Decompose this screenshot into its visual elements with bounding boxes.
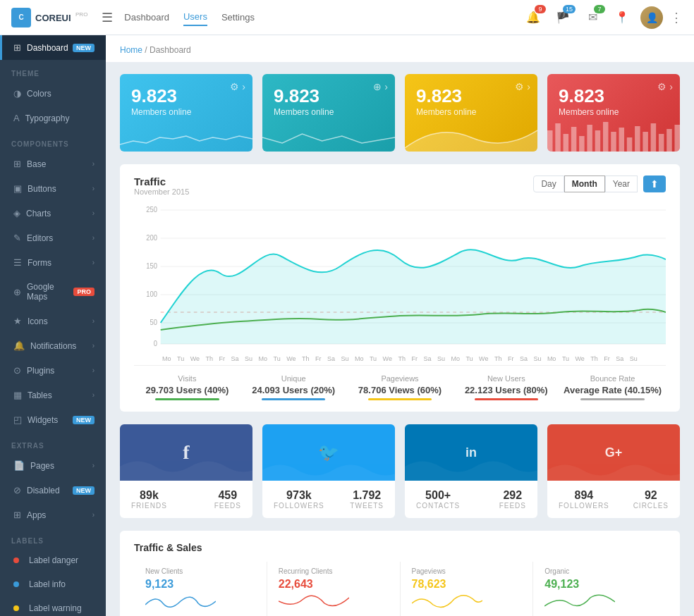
tables-icon: ▦ [13,390,22,400]
logo-box: C [11,8,31,27]
facebook-bottom: 89k FRIENDS 459 FEEDS [120,481,252,518]
sidebar-item-notifications[interactable]: 🔔 Notifications › [0,333,106,358]
stat-gear-blue[interactable]: ⚙ › [230,81,245,92]
envelope-button[interactable]: ✉ 7 [581,6,604,29]
nav-users[interactable]: Users [183,8,207,26]
logo-text: COREUI PRO [35,11,87,24]
envelope-badge: 7 [594,5,605,13]
twitter-tweets: 1.792 TWEETS [350,489,384,510]
sidebar-item-apps[interactable]: ⊞ Apps › [0,503,106,527]
topnav-links: Dashboard Users Settings [124,8,522,26]
main-layout: ⊞ Dashboard NEW THEME ◑ Colors A Typogra… [0,35,694,616]
stat-bouncerate: Bounce Rate Average Rate (40.15%) [559,374,666,400]
svg-rect-5 [587,125,592,152]
editors-icon: ✎ [13,233,21,243]
sidebar-item-colors[interactable]: ◑ Colors [0,81,106,106]
info-dot [13,581,19,587]
linkedin-feeds: 292 FEEDS [499,489,526,510]
svg-text:250: 250 [146,206,157,214]
buttons-icon: ▣ [13,183,22,194]
sidebar-item-plugins[interactable]: ⊙ Plugins › [0,358,106,383]
nav-dashboard[interactable]: Dashboard [124,8,169,26]
sidebar-item-forms[interactable]: ☰ Forms › [0,250,106,275]
ts-stats-row: New Clients 9,123 Recurring Clients 22,6… [134,562,666,616]
facebook-top: f [120,424,252,481]
location-button[interactable]: 📍 [611,6,633,29]
sidebar-item-dashboard[interactable]: ⊞ Dashboard NEW [0,35,106,60]
stat-value-yellow: 9.823 [416,85,526,107]
stat-gear-red[interactable]: ⚙ › [657,81,673,92]
icons-icon: ★ [13,316,22,326]
svg-rect-15 [666,129,672,152]
sidebar-item-pages[interactable]: 📄 Pages › [0,453,106,478]
bell-button[interactable]: 🔔 9 [522,6,544,29]
stat-value-cyan: 9.823 [274,85,384,107]
sidebar-item-buttons[interactable]: ▣ Buttons › [0,176,106,201]
sidebar-item-widgets[interactable]: ◰ Widgets NEW [0,407,106,432]
ts-new-clients-chart [145,591,255,612]
sidebar-item-googlemaps[interactable]: ⊕ Google Maps PRO [0,275,106,309]
theme-section-title: THEME [0,60,106,81]
components-section-title: COMPONENTS [0,130,106,152]
traffic-chart: 250 200 150 100 50 0 [134,203,666,358]
disabled-icon: ⊘ [13,485,21,495]
svg-rect-0 [547,130,553,152]
traffic-title: Traffic [134,175,189,187]
svg-rect-10 [627,137,633,152]
pages-icon: 📄 [13,460,25,471]
sidebar-label-danger[interactable]: Label danger [0,548,106,572]
stat-gear-cyan[interactable]: ⊕ › [373,81,388,92]
avatar[interactable]: 👤 [640,6,663,29]
bell-badge: 9 [535,5,546,13]
dashboard-icon: ⊞ [13,42,21,53]
sidebar-item-icons[interactable]: ★ Icons › [0,309,106,333]
linkedin-top: in [405,424,537,481]
social-card-linkedin: in 500+ CONTACTS 292 FEEDS [405,424,537,518]
base-icon: ⊞ [13,159,21,169]
social-cards: f 89k FRIENDS 459 FEEDS [120,424,680,518]
svg-rect-6 [595,130,601,152]
svg-text:50: 50 [150,319,158,326]
upload-button[interactable]: ⬆ [643,175,666,192]
notifications-icon: 🔔 [13,340,25,351]
nav-settings[interactable]: Settings [221,8,255,26]
traffic-btn-day[interactable]: Day [533,175,564,192]
apps-icon: ⊞ [13,510,21,520]
svg-rect-12 [643,132,648,152]
charts-icon: ◈ [13,208,20,218]
forms-icon: ☰ [13,257,22,268]
flag-button[interactable]: 🏴 15 [552,6,574,29]
traffic-btn-month[interactable]: Month [564,175,605,192]
breadcrumb-home[interactable]: Home [120,45,142,55]
sidebar-item-editors[interactable]: ✎ Editors › [0,226,106,250]
pageviews-bar [368,398,432,400]
ts-recurring-chart [279,591,389,612]
ts-organic: Organic 49,123 [533,562,666,616]
stat-gear-yellow[interactable]: ⚙ › [515,81,530,92]
hamburger-button[interactable]: ☰ [102,10,113,25]
svg-rect-1 [555,123,561,152]
sidebar-label-warning[interactable]: Label warning [0,596,106,616]
sidebar-item-charts[interactable]: ◈ Charts › [0,201,106,226]
traffic-header: Traffic November 2015 Day Month Year ⬆ [134,175,666,196]
topnav-right: 🔔 9 🏴 15 ✉ 7 📍 👤 ⋮ [522,6,683,29]
sidebar-item-typography[interactable]: A Typography [0,106,106,130]
sidebar-label-info[interactable]: Label info [0,572,106,596]
googleplus-icon: G+ [605,445,623,460]
topnav: C COREUI PRO ☰ Dashboard Users Settings … [0,0,694,35]
sidebar-item-base[interactable]: ⊞ Base › [0,152,106,176]
widgets-icon: ◰ [13,414,22,425]
googlemaps-icon: ⊕ [13,287,21,297]
stat-pageviews: Pageviews 78.706 Views (60%) [347,374,453,400]
sidebar-item-tables[interactable]: ▦ Tables › [0,383,106,407]
ts-pageviews-chart [412,591,522,612]
svg-rect-9 [619,128,625,152]
kebab-button[interactable]: ⋮ [670,10,683,25]
svg-rect-3 [571,127,577,152]
traffic-btn-year[interactable]: Year [605,175,638,192]
flag-badge: 15 [563,5,576,13]
svg-rect-4 [579,136,585,152]
traffic-subtitle: November 2015 [134,187,189,196]
googleplus-followers: 894 FOLLOWERS [559,489,609,510]
sidebar-item-disabled[interactable]: ⊘ Disabled NEW [0,478,106,503]
